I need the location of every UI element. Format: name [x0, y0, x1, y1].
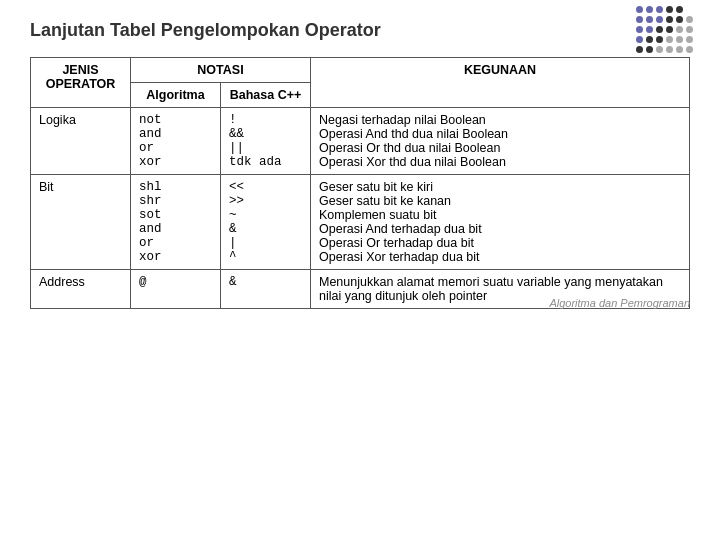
- table-row: Bit shlshrsotandorxor <<>>~&|^ Geser sat…: [31, 175, 690, 270]
- dot: [636, 6, 643, 13]
- dot: [636, 26, 643, 33]
- dot: [696, 16, 703, 23]
- decorative-dots: [635, 5, 715, 85]
- dot: [696, 26, 703, 33]
- operator-table: JENIS OPERATOR NOTASI KEGUNAAN Algoritma…: [30, 57, 690, 309]
- dot: [686, 6, 693, 13]
- jenis-logika: Logika: [31, 108, 131, 175]
- dot: [646, 6, 653, 13]
- dot: [666, 36, 673, 43]
- dot: [686, 46, 693, 53]
- dot: [656, 6, 663, 13]
- dot: [676, 16, 683, 23]
- algo-bit: shlshrsotandorxor: [131, 175, 221, 270]
- dot: [646, 26, 653, 33]
- bahasa-bit: <<>>~&|^: [221, 175, 311, 270]
- dot: [656, 16, 663, 23]
- bahasa-logika: !&&||tdk ada: [221, 108, 311, 175]
- dot: [686, 16, 693, 23]
- dot: [666, 6, 673, 13]
- dot: [656, 36, 663, 43]
- dot: [666, 46, 673, 53]
- dot: [656, 46, 663, 53]
- dot: [666, 16, 673, 23]
- table-row: Logika notandorxor !&&||tdk ada Negasi t…: [31, 108, 690, 175]
- dot: [636, 46, 643, 53]
- jenis-bit: Bit: [31, 175, 131, 270]
- col-header-notasi: NOTASI: [131, 58, 311, 83]
- col-header-kegunaan: KEGUNAAN: [311, 58, 690, 108]
- jenis-address: Address: [31, 270, 131, 309]
- dot: [636, 36, 643, 43]
- dot: [646, 36, 653, 43]
- kegunaan-bit: Geser satu bit ke kiri Geser satu bit ke…: [311, 175, 690, 270]
- dot: [646, 16, 653, 23]
- dot: [656, 26, 663, 33]
- dot: [676, 36, 683, 43]
- col-header-jenis: JENIS OPERATOR: [31, 58, 131, 108]
- dot: [666, 26, 673, 33]
- dot: [676, 26, 683, 33]
- dot: [686, 26, 693, 33]
- dot: [696, 6, 703, 13]
- algo-address: @: [131, 270, 221, 309]
- kegunaan-logika: Negasi terhadap nilai Boolean Operasi An…: [311, 108, 690, 175]
- dot: [696, 46, 703, 53]
- dot: [636, 16, 643, 23]
- dot: [676, 6, 683, 13]
- algo-logika: notandorxor: [131, 108, 221, 175]
- col-header-algoritma: Algoritma: [131, 83, 221, 108]
- dot: [676, 46, 683, 53]
- page-title: Lanjutan Tabel Pengelompokan Operator: [30, 20, 690, 41]
- col-header-bahasa: Bahasa C++: [221, 83, 311, 108]
- dot: [646, 46, 653, 53]
- bahasa-address: &: [221, 270, 311, 309]
- dot: [696, 36, 703, 43]
- dot: [686, 36, 693, 43]
- footer-text: Algoritma dan Pemrograman: [549, 297, 690, 309]
